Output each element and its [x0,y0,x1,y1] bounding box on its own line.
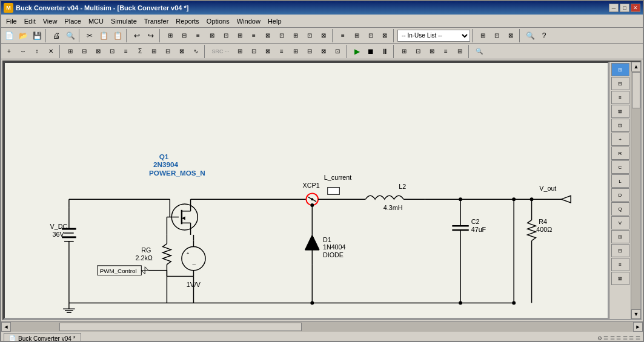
tb2-16[interactable]: ⊡ [247,45,261,58]
rp-btn-8[interactable]: C [611,160,629,174]
menu-edit[interactable]: Edit [21,16,39,26]
cut-button[interactable]: ✂ [83,29,96,42]
scroll-down-button[interactable]: ▼ [631,309,641,319]
tb-comp9[interactable]: ⊡ [275,29,288,42]
in-use-list-dropdown[interactable]: -- In-Use List -- [397,30,470,42]
sim-stop-button[interactable]: ⏹ [364,45,377,58]
rp-btn-16[interactable]: ⊠ [611,272,629,285]
document-tab[interactable]: 📄 Buck Converter v04 * [4,333,81,343]
rp-btn-4[interactable]: ⊠ [611,105,629,118]
rp-btn-13[interactable]: ⊞ [611,230,629,243]
paste-button[interactable]: 📋 [111,29,124,42]
menu-file[interactable]: File [2,16,21,26]
maximize-button[interactable]: □ [620,4,629,12]
tb2-7[interactable]: ⊠ [91,45,105,58]
tb2-22[interactable]: ⊡ [331,45,344,58]
menu-reports[interactable]: Reports [172,16,203,26]
tb2-18[interactable]: ≡ [275,45,288,58]
scroll-thumb[interactable] [632,72,640,108]
tb-comp1[interactable]: ⊞ [164,29,177,42]
tb2-19[interactable]: ⊞ [289,45,302,58]
menu-mcu[interactable]: MCU [85,16,107,26]
tb-comp15[interactable]: ⊡ [364,29,377,42]
tb2-27[interactable]: ⊞ [453,45,466,58]
preview-button[interactable]: 🔍 [64,29,77,42]
menu-view[interactable]: View [39,16,61,26]
sim-pause-button[interactable]: ⏸ [378,45,391,58]
tb2-9[interactable]: ≡ [119,45,133,58]
help-button[interactable]: ? [537,29,551,42]
tb-comp13[interactable]: ≡ [336,29,350,42]
tb2-10[interactable]: Σ [133,45,147,58]
tb-comp5[interactable]: ⊡ [219,29,233,42]
zoom-button[interactable]: 🔍 [473,45,486,58]
tb2-12[interactable]: ⊟ [161,45,174,58]
tb2-1[interactable]: + [2,45,16,58]
tb-comp16[interactable]: ⊠ [378,29,391,42]
rp-btn-14[interactable]: ⊟ [611,244,629,257]
tb2-5[interactable]: ⊞ [64,45,77,58]
h-scroll-track[interactable] [11,322,633,332]
tb2-21[interactable]: ⊠ [317,45,330,58]
sim-run-button[interactable]: ▶ [350,45,363,58]
tb-comp10[interactable]: ⊞ [289,29,302,42]
print-button[interactable]: 🖨 [50,29,63,42]
tb-comp7[interactable]: ≡ [247,29,261,42]
undo-button[interactable]: ↩ [130,29,144,42]
tb-comp3[interactable]: ≡ [191,29,205,42]
tb2-13[interactable]: ⊠ [175,45,188,58]
tb2-26[interactable]: ≡ [439,45,453,58]
tb2-2[interactable]: ↔ [16,45,30,58]
menu-simulate[interactable]: Simulate [107,16,141,26]
menu-window[interactable]: Window [233,16,264,26]
rp-btn-1[interactable]: ⊞ [611,63,629,76]
schematic-canvas[interactable]: V_DC 36V [4,62,609,319]
tb2-20[interactable]: ⊟ [303,45,316,58]
tb2-15[interactable]: ⊞ [233,45,247,58]
open-button[interactable]: 📂 [16,29,30,42]
close-button[interactable]: ✕ [631,4,640,12]
menu-help[interactable]: Help [264,16,285,26]
copy-button[interactable]: 📋 [97,29,110,42]
tb2-11[interactable]: ⊞ [147,45,161,58]
rp-btn-10[interactable]: D [611,188,629,202]
tb2-25[interactable]: ⊠ [425,45,439,58]
scroll-right-button[interactable]: ► [633,322,643,332]
scroll-up-button[interactable]: ▲ [631,62,641,71]
tb2-3[interactable]: ↕ [30,45,44,58]
rp-btn-2[interactable]: ⊟ [611,77,629,90]
tb-comp8[interactable]: ⊠ [261,29,274,42]
h-scroll-thumb[interactable] [59,323,302,331]
rp-btn-3[interactable]: ≡ [611,91,629,104]
tb-comp11[interactable]: ⊡ [303,29,316,42]
search-button[interactable]: 🔍 [523,29,537,42]
tb2-23[interactable]: ⊞ [397,45,411,58]
rp-btn-7[interactable]: R [611,146,629,160]
tb-run1[interactable]: ⊞ [476,29,490,42]
scroll-track[interactable] [631,71,640,309]
tb2-8[interactable]: ⊡ [105,45,119,58]
save-button[interactable]: 💾 [30,29,44,42]
scroll-left-button[interactable]: ◄ [1,322,11,332]
tb-comp12[interactable]: ⊠ [317,29,330,42]
vertical-scrollbar[interactable]: ▲ ▼ [631,62,640,319]
tb2-14[interactable]: ∿ [189,45,202,58]
tb2-17[interactable]: ⊠ [261,45,274,58]
tb-run2[interactable]: ⊡ [490,29,503,42]
tb-comp6[interactable]: ⊞ [233,29,247,42]
tb-comp2[interactable]: ⊟ [178,29,191,42]
tb-comp4[interactable]: ⊠ [205,29,219,42]
menu-options[interactable]: Options [203,16,233,26]
menu-transfer[interactable]: Transfer [141,16,173,26]
tb2-4[interactable]: ✕ [44,45,58,58]
tb-run3[interactable]: ⊠ [504,29,517,42]
tb-comp14[interactable]: ⊞ [350,29,363,42]
menu-place[interactable]: Place [61,16,85,26]
tb2-6[interactable]: ⊟ [78,45,91,58]
rp-btn-6[interactable]: + [611,133,629,146]
rp-btn-9[interactable]: L [611,174,629,188]
rp-btn-12[interactable]: V [611,216,629,229]
new-button[interactable]: 📄 [2,29,16,42]
rp-btn-5[interactable]: ⊡ [611,119,629,132]
tb2-24[interactable]: ⊡ [411,45,425,58]
